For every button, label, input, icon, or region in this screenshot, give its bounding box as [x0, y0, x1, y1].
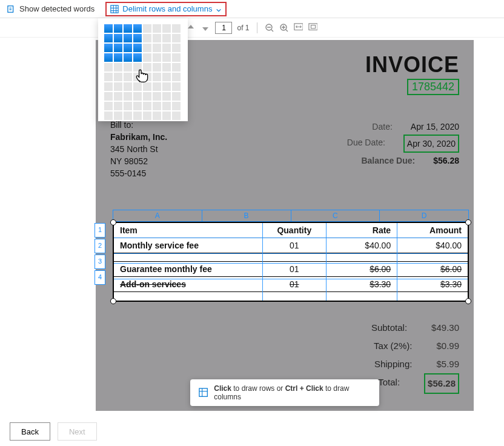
grid-cell[interactable] — [143, 112, 151, 120]
grid-cell[interactable] — [124, 92, 132, 101]
grid-size-popover[interactable] — [98, 18, 188, 121]
row-num-4[interactable]: 4 — [94, 270, 105, 285]
grid-cell[interactable] — [153, 92, 161, 101]
grid-cell[interactable] — [172, 53, 181, 62]
grid-cell[interactable] — [153, 53, 161, 62]
grid-cell[interactable] — [114, 44, 122, 52]
grid-cell[interactable] — [104, 53, 113, 62]
grid-cell[interactable] — [172, 102, 181, 110]
grid-cell[interactable] — [153, 102, 161, 110]
grid-cell[interactable] — [133, 44, 142, 52]
row-num-1[interactable]: 1 — [94, 223, 105, 238]
grid-cell[interactable] — [172, 63, 181, 72]
grid-cell[interactable] — [143, 53, 151, 62]
grid-cell[interactable] — [114, 63, 122, 72]
grid-cells[interactable] — [104, 24, 182, 120]
grid-cell[interactable] — [153, 73, 161, 81]
grid-cell[interactable] — [124, 63, 132, 72]
grid-cell[interactable] — [133, 24, 142, 33]
grid-cell[interactable] — [133, 34, 142, 42]
grid-cell[interactable] — [172, 24, 181, 33]
grid-cell[interactable] — [133, 102, 142, 110]
fit-width-icon[interactable] — [294, 23, 303, 33]
grid-cell[interactable] — [172, 34, 181, 42]
grid-cell[interactable] — [162, 24, 171, 33]
grid-cell[interactable] — [143, 24, 151, 33]
grid-cell[interactable] — [133, 112, 142, 120]
col-letter-c[interactable]: C — [291, 210, 380, 221]
table-handle[interactable] — [110, 298, 116, 304]
grid-cell[interactable] — [133, 92, 142, 101]
grid-cell[interactable] — [143, 82, 151, 91]
page-number-input[interactable] — [215, 22, 232, 34]
grid-cell[interactable] — [172, 112, 181, 120]
grid-cell[interactable] — [133, 53, 142, 62]
grid-cell[interactable] — [114, 112, 122, 120]
grid-cell[interactable] — [104, 44, 113, 52]
grid-cell[interactable] — [162, 112, 171, 120]
grid-cell[interactable] — [104, 63, 113, 72]
grid-cell[interactable] — [104, 34, 113, 42]
grid-cell[interactable] — [104, 102, 113, 110]
grid-cell[interactable] — [153, 82, 161, 91]
grid-cell[interactable] — [172, 73, 181, 81]
table-handle[interactable] — [465, 219, 471, 225]
fit-page-icon[interactable] — [308, 23, 318, 33]
grid-cell[interactable] — [104, 73, 113, 81]
invoice-table[interactable]: Item Quantity Rate Amount Monthly servic… — [113, 222, 469, 302]
row-num-3[interactable]: 3 — [94, 255, 105, 269]
delimit-rows-columns-button[interactable]: Delimit rows and columns — [105, 2, 227, 16]
grid-cell[interactable] — [143, 63, 151, 72]
col-letter-a[interactable]: A — [113, 210, 202, 221]
grid-cell[interactable] — [114, 82, 122, 91]
grid-cell[interactable] — [114, 102, 122, 110]
zoom-in-icon[interactable] — [279, 23, 289, 33]
grid-cell[interactable] — [104, 24, 113, 33]
grid-cell[interactable] — [153, 44, 161, 52]
grid-cell[interactable] — [124, 44, 132, 52]
zoom-out-icon[interactable] — [265, 23, 274, 33]
grid-cell[interactable] — [162, 34, 171, 42]
grid-cell[interactable] — [114, 73, 122, 81]
grid-cell[interactable] — [133, 82, 142, 91]
grid-cell[interactable] — [133, 73, 142, 81]
col-letter-d[interactable]: D — [380, 210, 468, 221]
grid-cell[interactable] — [162, 82, 171, 91]
grid-cell[interactable] — [133, 63, 142, 72]
back-button[interactable]: Back — [10, 422, 50, 441]
grid-cell[interactable] — [124, 53, 132, 62]
table-handle[interactable] — [465, 298, 471, 304]
grid-cell[interactable] — [104, 92, 113, 101]
grid-cell[interactable] — [104, 112, 113, 120]
grid-cell[interactable] — [124, 112, 132, 120]
grid-cell[interactable] — [114, 92, 122, 101]
grid-cell[interactable] — [124, 34, 132, 42]
table-selection-area[interactable]: A B C D 1 2 3 4 Item Quantity Rate Amoun… — [94, 210, 469, 302]
grid-cell[interactable] — [172, 44, 181, 52]
row-num-2[interactable]: 2 — [94, 239, 105, 253]
grid-cell[interactable] — [104, 82, 113, 91]
col-letter-b[interactable]: B — [202, 210, 291, 221]
grid-cell[interactable] — [162, 92, 171, 101]
grid-cell[interactable] — [162, 53, 171, 62]
grid-cell[interactable] — [124, 73, 132, 81]
grid-cell[interactable] — [143, 102, 151, 110]
page-down-icon[interactable] — [201, 23, 210, 33]
grid-cell[interactable] — [143, 92, 151, 101]
grid-cell[interactable] — [124, 24, 132, 33]
grid-cell[interactable] — [124, 82, 132, 91]
grid-cell[interactable] — [143, 44, 151, 52]
grid-cell[interactable] — [124, 102, 132, 110]
grid-cell[interactable] — [153, 63, 161, 72]
grid-cell[interactable] — [114, 34, 122, 42]
grid-cell[interactable] — [162, 73, 171, 81]
grid-cell[interactable] — [143, 73, 151, 81]
grid-cell[interactable] — [172, 82, 181, 91]
grid-cell[interactable] — [162, 44, 171, 52]
show-detected-words-button[interactable]: Show detected words — [7, 4, 94, 13]
grid-cell[interactable] — [153, 24, 161, 33]
grid-cell[interactable] — [162, 102, 171, 110]
grid-cell[interactable] — [153, 34, 161, 42]
grid-cell[interactable] — [114, 24, 122, 33]
grid-cell[interactable] — [114, 53, 122, 62]
